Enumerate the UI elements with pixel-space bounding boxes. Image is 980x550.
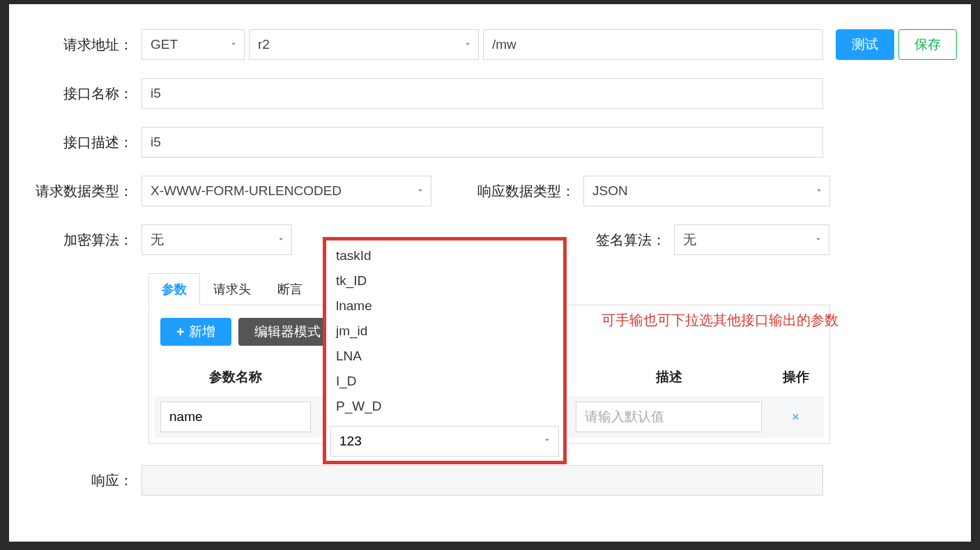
form-wrapper: 请求地址： GET r2 测试 保存 [16, 29, 957, 496]
interface-desc-input[interactable] [141, 127, 823, 158]
api-config-modal: 请求地址： GET r2 测试 保存 [9, 4, 971, 542]
tab-assertions[interactable]: 断言 [264, 273, 316, 305]
dropdown-option[interactable]: I_D [326, 369, 563, 394]
sign-algo-select[interactable]: 无 [674, 224, 829, 255]
host-select[interactable]: r2 [249, 29, 479, 60]
default-value-input[interactable] [576, 402, 762, 432]
row-data-types: 请求数据类型： X-WWW-FORM-URLENCODED 响应数据类型： JS… [16, 176, 957, 206]
editor-mode-button[interactable]: 编辑器模式 [238, 318, 337, 346]
dropdown-option[interactable]: lname [326, 293, 563, 319]
response-data-type-select[interactable]: JSON [583, 176, 830, 206]
annotation-hint: 可手输也可下拉选其他接口输出的参数 [602, 311, 839, 330]
th-desc: 描述 [570, 358, 767, 396]
method-value: GET [151, 37, 178, 52]
chevron-down-icon [415, 183, 425, 199]
label-sign-algo: 签名算法： [581, 231, 674, 250]
plus-icon: + [176, 324, 185, 340]
param-value-input[interactable] [330, 426, 559, 457]
param-name-input[interactable] [160, 402, 311, 432]
label-interface-desc: 接口描述： [16, 133, 141, 152]
label-interface-name: 接口名称： [16, 84, 141, 103]
path-input[interactable] [483, 29, 823, 60]
request-address-controls: GET r2 测试 保存 [141, 29, 957, 60]
label-request-address: 请求地址： [16, 36, 141, 54]
sign-algo-value: 无 [683, 231, 696, 249]
chevron-down-icon [814, 183, 824, 199]
label-response: 响应： [16, 471, 141, 490]
host-value: r2 [258, 37, 270, 52]
dropdown-options-list: taskId tk_ID lname jm_id LNA I_D P_W_D [326, 240, 563, 422]
label-response-data-type: 响应数据类型： [459, 182, 583, 201]
method-select[interactable]: GET [141, 29, 245, 60]
chevron-down-icon [276, 232, 286, 247]
add-param-button[interactable]: + 新增 [160, 318, 231, 346]
encrypt-algo-value: 无 [151, 231, 164, 249]
chevron-down-icon [463, 37, 473, 52]
interface-name-input[interactable] [141, 78, 823, 109]
add-button-label: 新增 [189, 323, 215, 341]
dropdown-option[interactable]: jm_id [326, 319, 563, 344]
param-value-dropdown: taskId tk_ID lname jm_id LNA I_D P_W_D [323, 237, 567, 464]
request-data-type-value: X-WWW-FORM-URLENCODED [151, 183, 342, 199]
dropdown-input-wrap [326, 422, 563, 461]
th-action: 操作 [767, 358, 824, 396]
dropdown-option[interactable]: LNA [326, 344, 563, 369]
dropdown-option[interactable]: tk_ID [326, 268, 563, 293]
label-request-data-type: 请求数据类型： [16, 182, 141, 201]
save-button[interactable]: 保存 [898, 29, 957, 60]
delete-row-button[interactable]: × [792, 410, 799, 424]
tab-headers[interactable]: 请求头 [200, 273, 264, 305]
dropdown-option[interactable]: taskId [326, 243, 563, 268]
th-param-name: 参数名称 [155, 358, 316, 396]
row-response: 响应： [16, 465, 957, 496]
row-interface-desc: 接口描述： [16, 127, 957, 158]
chevron-down-icon [229, 37, 238, 52]
tab-params[interactable]: 参数 [148, 273, 200, 305]
encrypt-algo-select[interactable]: 无 [141, 224, 292, 255]
row-request-address: 请求地址： GET r2 测试 保存 [16, 29, 957, 60]
dropdown-option[interactable]: P_W_D [326, 394, 563, 419]
response-output [141, 465, 823, 496]
response-data-type-value: JSON [592, 183, 628, 199]
request-data-type-select[interactable]: X-WWW-FORM-URLENCODED [141, 176, 431, 206]
label-encrypt-algo: 加密算法： [16, 231, 141, 250]
row-interface-name: 接口名称： [16, 78, 957, 109]
chevron-down-icon [813, 232, 823, 247]
test-button[interactable]: 测试 [836, 29, 894, 60]
